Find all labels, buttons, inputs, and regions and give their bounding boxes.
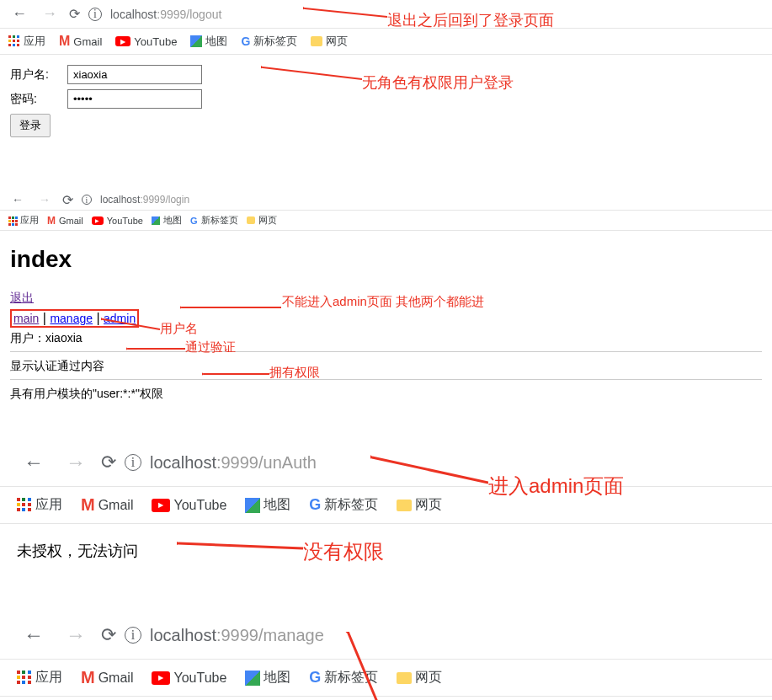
bookmarks-bar: 应用 MGmail ▶YouTube 地图 G新标签页 网页 xyxy=(0,29,772,55)
gmail-bookmark[interactable]: MGmail xyxy=(47,215,83,227)
apps-button[interactable]: 应用 xyxy=(8,34,45,49)
unauth-message: 未授权，无法访问 xyxy=(0,524,772,578)
reload-icon[interactable]: ⟳ xyxy=(101,624,116,646)
youtube-bookmark[interactable]: ▶YouTube xyxy=(152,498,226,513)
maps-bookmark[interactable]: 地图 xyxy=(245,669,290,687)
username-input[interactable] xyxy=(67,65,202,84)
youtube-bookmark[interactable]: ▶YouTube xyxy=(115,35,177,48)
admin-link[interactable]: admin xyxy=(104,312,136,325)
browser-toolbar: ← → ⟳ i localhost:9999/login xyxy=(0,190,772,211)
password-label: 密码: xyxy=(10,92,61,107)
forward-icon[interactable]: → xyxy=(59,620,93,650)
info-icon[interactable]: i xyxy=(125,627,141,644)
back-icon[interactable]: ← xyxy=(8,3,30,24)
apps-button[interactable]: 应用 xyxy=(17,496,62,514)
bookmarks-bar: 应用 MGmail ▶YouTube 地图 G新标签页 网页 xyxy=(0,211,772,231)
youtube-bookmark[interactable]: ▶YouTube xyxy=(92,216,143,226)
newtab-bookmark[interactable]: G新标签页 xyxy=(190,214,238,227)
password-input[interactable] xyxy=(67,89,202,109)
bookmarks-bar: 应用 MGmail ▶YouTube 地图 G新标签页 网页 xyxy=(0,660,772,697)
reload-icon[interactable]: ⟳ xyxy=(62,192,73,208)
newtab-bookmark[interactable]: G新标签页 xyxy=(241,34,297,49)
apps-button[interactable]: 应用 xyxy=(17,669,62,687)
web-bookmark[interactable]: 网页 xyxy=(397,669,442,687)
forward-icon[interactable]: → xyxy=(35,191,54,208)
info-icon[interactable]: i xyxy=(125,454,141,471)
browser-toolbar: ← → ⟳ i localhost:9999/unAuth xyxy=(0,439,772,487)
forward-icon[interactable]: → xyxy=(39,3,61,24)
gmail-bookmark[interactable]: MGmail xyxy=(81,495,133,515)
bookmarks-bar: 应用 MGmail ▶YouTube 地图 G新标签页 网页 xyxy=(0,487,772,524)
back-icon[interactable]: ← xyxy=(17,620,51,650)
logout-link[interactable]: 退出 xyxy=(10,291,34,304)
maps-bookmark[interactable]: 地图 xyxy=(190,34,227,49)
login-button[interactable]: 登录 xyxy=(10,114,51,137)
username-label: 用户名: xyxy=(10,67,61,83)
browser-toolbar: ← → ⟳ i localhost:9999/manage xyxy=(0,612,772,660)
user-info: 用户：xiaoxia xyxy=(10,331,762,346)
info-icon[interactable]: i xyxy=(82,195,92,205)
maps-bookmark[interactable]: 地图 xyxy=(152,214,182,227)
reload-icon[interactable]: ⟳ xyxy=(69,6,80,22)
manage-link[interactable]: manage xyxy=(50,312,93,325)
page-title: index xyxy=(10,246,762,273)
newtab-bookmark[interactable]: G新标签页 xyxy=(309,669,378,687)
web-bookmark[interactable]: 网页 xyxy=(311,34,348,49)
main-link[interactable]: main xyxy=(13,312,39,325)
address-bar[interactable]: localhost:9999/manage xyxy=(150,626,324,645)
browser-toolbar: ← → ⟳ i localhost:9999/logout xyxy=(0,0,772,29)
reload-icon[interactable]: ⟳ xyxy=(101,452,116,473)
maps-bookmark[interactable]: 地图 xyxy=(245,496,290,514)
login-form: 用户名: 密码: 登录 xyxy=(0,55,772,147)
apps-button[interactable]: 应用 xyxy=(8,214,39,227)
web-bookmark[interactable]: 网页 xyxy=(247,214,277,227)
forward-icon[interactable]: → xyxy=(59,447,93,478)
address-bar[interactable]: localhost:9999/login xyxy=(100,194,189,206)
youtube-bookmark[interactable]: ▶YouTube xyxy=(152,671,226,686)
nav-links-box: main | manage | admin xyxy=(10,309,139,328)
newtab-bookmark[interactable]: G新标签页 xyxy=(309,496,378,514)
web-bookmark[interactable]: 网页 xyxy=(397,496,442,514)
perm-info: 具有用户模块的"user:*:*"权限 xyxy=(10,387,762,402)
address-bar[interactable]: localhost:9999/logout xyxy=(110,8,221,21)
auth-info: 显示认证通过内容 xyxy=(10,359,762,374)
gmail-bookmark[interactable]: MGmail xyxy=(59,34,102,49)
info-icon[interactable]: i xyxy=(88,8,102,21)
back-icon[interactable]: ← xyxy=(17,447,51,478)
back-icon[interactable]: ← xyxy=(8,191,27,208)
gmail-bookmark[interactable]: MGmail xyxy=(81,668,133,687)
address-bar[interactable]: localhost:9999/unAuth xyxy=(150,453,317,473)
